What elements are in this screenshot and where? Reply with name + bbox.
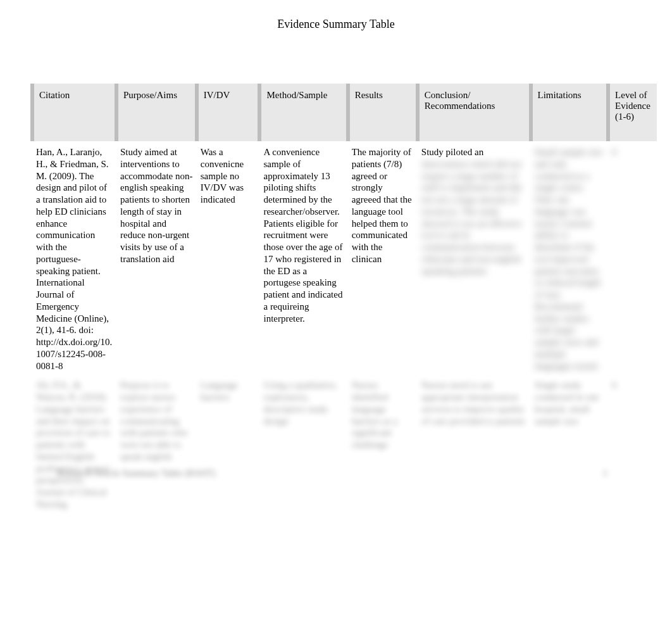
evidence-table: Citation Purpose/Aims IV/DV Method/Sampl… (30, 84, 657, 515)
citation-blur: Ali, P.A., & Watson, R. (2018). Language… (36, 380, 110, 509)
conclusion-clear: Study piloted an (421, 146, 527, 158)
cell-ivdv: Language barriers (197, 377, 260, 515)
header-level: Level of Evidence (1-6) (608, 84, 657, 141)
method-blur: Using a qualitative, exploratory, descri… (263, 380, 337, 426)
footer-left: Research Article Summary Table (RAST) (57, 468, 215, 479)
cell-citation: Ali, P.A., & Watson, R. (2018). Language… (32, 377, 116, 515)
header-ivdv: IV/DV (197, 84, 260, 141)
level-blur: 6 (612, 147, 617, 157)
purpose-blur: Purpose is to explore nurses experience … (120, 380, 188, 462)
conclusion-blur: intervention which did not require a lar… (421, 158, 527, 277)
header-limitations: Limitations (531, 84, 609, 141)
cell-limitations: Single study conducted in one hospital, … (531, 377, 609, 515)
limitations-blur: Single study conducted in one hospital, … (535, 380, 599, 426)
cell-method: A convenience sample of approximately 13… (259, 141, 347, 377)
level-blur: 6 (612, 380, 617, 390)
conclusion-blur: Nurses need to use appropriate interpret… (421, 380, 525, 426)
cell-level: 6 (608, 377, 657, 515)
header-row: Citation Purpose/Aims IV/DV Method/Sampl… (32, 84, 657, 141)
cell-method: Using a qualitative, exploratory, descri… (259, 377, 347, 515)
footer-page: 1 (603, 468, 608, 479)
header-results: Results (348, 84, 418, 141)
cell-level: 6 (608, 141, 657, 377)
header-method: Method/Sample (259, 84, 347, 141)
header-conclusion: Conclusion/ Recommendations (418, 84, 531, 141)
cell-results: Nurses identified language barriers as a… (348, 377, 418, 515)
cell-results: The majority of patients (7/8) agreed or… (348, 141, 418, 377)
cell-purpose: Purpose is to explore nurses experience … (116, 377, 197, 515)
header-purpose: Purpose/Aims (116, 84, 197, 141)
header-citation: Citation (32, 84, 116, 141)
evidence-table-wrap: Citation Purpose/Aims IV/DV Method/Sampl… (30, 84, 657, 515)
cell-conclusion: Study piloted an intervention which did … (418, 141, 531, 377)
results-blur: Nurses identified language barriers as a… (352, 380, 397, 450)
cell-purpose: Study aimed at interventions to accommod… (116, 141, 197, 377)
limitations-blur: Small sample size and only conducted at … (535, 147, 603, 371)
table-row: Han, A., Laranjo, H., & Friedman, S. M. … (32, 141, 657, 377)
cell-limitations: Small sample size and only conducted at … (531, 141, 609, 377)
cell-conclusion: Nurses need to use appropriate interpret… (418, 377, 531, 515)
table-row: Ali, P.A., & Watson, R. (2018). Language… (32, 377, 657, 515)
cell-ivdv: Was a convenicne sample no IV/DV was ind… (197, 141, 260, 377)
page-title: Evidence Summary Table (0, 0, 672, 37)
cell-citation: Han, A., Laranjo, H., & Friedman, S. M. … (32, 141, 116, 377)
ivdv-blur: Language barriers (201, 380, 238, 402)
footer: Research Article Summary Table (RAST) 1 (57, 468, 607, 479)
